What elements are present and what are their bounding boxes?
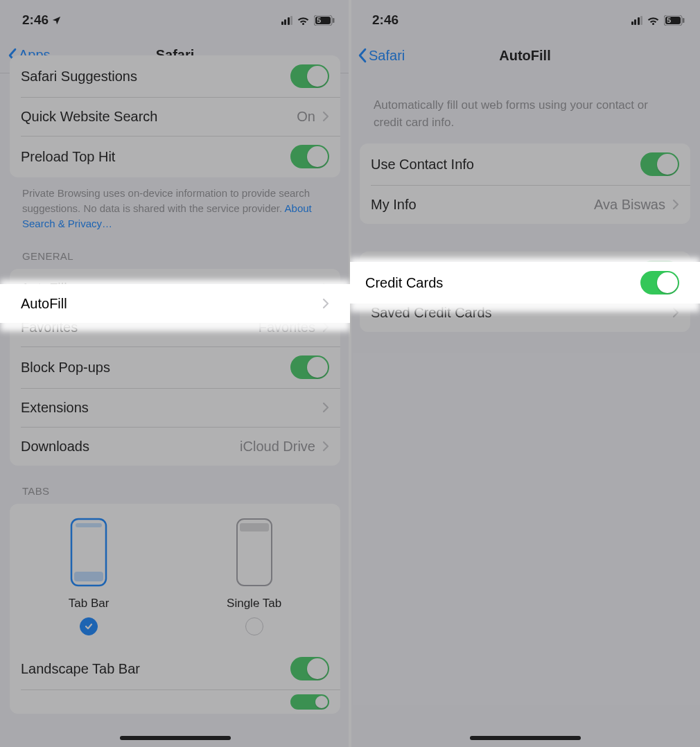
row-autofill[interactable]: AutoFill (10, 269, 340, 308)
toggle-landscape-tab-bar[interactable] (290, 657, 329, 680)
status-time: 2:46 (372, 12, 399, 28)
chevron-right-icon (322, 441, 329, 452)
nav-bar: Safari AutoFill (350, 37, 700, 73)
page-title: AutoFill (350, 48, 700, 64)
battery-icon: 5 (314, 15, 335, 26)
row-extensions[interactable]: Extensions (10, 388, 340, 427)
row-label: Preload Top Hit (21, 149, 115, 165)
row-label: Saved Credit Cards (371, 305, 492, 321)
row-label: Use Contact Info (371, 157, 474, 173)
chevron-right-icon (672, 199, 679, 210)
status-bar: 2:46 5 (350, 0, 700, 37)
row-quick-website-search[interactable]: Quick Website Search On (10, 97, 340, 136)
location-icon (51, 15, 62, 26)
phone-single-tab-icon (236, 518, 273, 587)
privacy-footer: Private Browsing uses on-device informat… (10, 177, 340, 231)
svg-rect-4 (76, 523, 102, 527)
screenshot-divider (349, 0, 351, 747)
row-label: My Info (371, 197, 417, 213)
toggle-preload-top-hit[interactable] (290, 145, 329, 168)
row-label: AutoFill (21, 281, 67, 297)
row-block-popups[interactable]: Block Pop-ups (10, 346, 340, 388)
chevron-right-icon (322, 402, 329, 413)
toggle-credit-cards[interactable] (640, 261, 679, 284)
radio-unchecked-icon[interactable] (245, 617, 263, 635)
row-label: Downloads (21, 439, 89, 455)
right-screenshot: 2:46 5 Safari AutoFill Automatically fil… (350, 0, 700, 747)
wifi-icon (297, 15, 310, 25)
tab-option-tab-bar[interactable]: Tab Bar (69, 518, 110, 635)
row-value: Ava Biswas (594, 197, 665, 213)
chevron-right-icon (672, 307, 679, 318)
row-safari-suggestions[interactable]: Safari Suggestions (10, 55, 340, 97)
chevron-right-icon (322, 111, 329, 122)
row-label: Credit Cards (371, 265, 448, 281)
wifi-icon (647, 15, 660, 25)
svg-rect-7 (240, 523, 269, 531)
tab-layout-picker: Tab Bar Single Tab (10, 504, 340, 648)
svg-rect-1 (333, 18, 335, 23)
row-label: Favorites (21, 319, 78, 335)
toggle-use-contact-info[interactable] (640, 152, 679, 176)
footer-text: Private Browsing uses on-device informat… (22, 187, 310, 214)
row-value: iCloud Drive (240, 439, 315, 455)
row-favorites[interactable]: Favorites Favorites (10, 308, 340, 346)
battery-number: 5 (317, 16, 321, 24)
cellular-icon (631, 16, 643, 25)
row-credit-cards[interactable]: Credit Cards (360, 252, 690, 293)
battery-icon: 5 (664, 15, 685, 26)
row-value: On (297, 109, 315, 125)
status-bar: 2:46 5 (0, 0, 350, 37)
left-screenshot: 2:46 5 Apps Safari Safari Suggestions (0, 0, 350, 747)
row-value: Favorites (259, 319, 315, 335)
home-indicator[interactable] (120, 736, 231, 740)
svg-rect-5 (74, 572, 103, 581)
section-header-general: GENERAL (10, 231, 340, 269)
toggle-partial[interactable] (290, 694, 329, 710)
row-partial-next[interactable] (10, 689, 340, 714)
row-landscape-tab-bar[interactable]: Landscape Tab Bar (10, 648, 340, 689)
battery-number: 5 (667, 16, 671, 24)
row-label: Extensions (21, 400, 89, 416)
row-my-info[interactable]: My Info Ava Biswas (360, 185, 690, 224)
row-preload-top-hit[interactable]: Preload Top Hit (10, 136, 340, 177)
row-label (21, 694, 25, 710)
section-header-tabs: TABS (10, 466, 340, 504)
tab-option-label: Tab Bar (69, 597, 110, 610)
toggle-block-popups[interactable] (290, 355, 329, 379)
row-saved-credit-cards[interactable]: Saved Credit Cards (360, 293, 690, 332)
tab-option-label: Single Tab (227, 597, 281, 610)
cellular-icon (281, 16, 293, 25)
row-label: Safari Suggestions (21, 69, 137, 85)
row-label: Landscape Tab Bar (21, 661, 140, 677)
row-label: Block Pop-ups (21, 360, 110, 376)
tab-option-single-tab[interactable]: Single Tab (227, 518, 281, 635)
status-time: 2:46 (22, 12, 49, 28)
home-indicator[interactable] (470, 736, 581, 740)
row-use-contact-info[interactable]: Use Contact Info (360, 143, 690, 185)
intro-text: Automatically fill out web forms using y… (360, 73, 690, 143)
row-downloads[interactable]: Downloads iCloud Drive (10, 427, 340, 466)
svg-rect-9 (683, 18, 685, 23)
toggle-safari-suggestions[interactable] (290, 64, 329, 88)
chevron-right-icon (322, 283, 329, 294)
row-label: Quick Website Search (21, 109, 158, 125)
chevron-right-icon (322, 322, 329, 333)
radio-checked-icon[interactable] (80, 617, 98, 635)
phone-tab-bar-icon (70, 518, 107, 587)
